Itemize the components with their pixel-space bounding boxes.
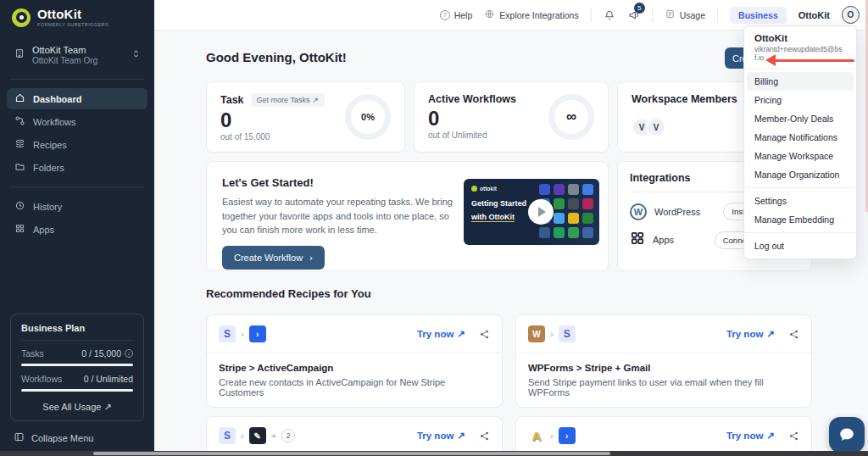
play-button[interactable] xyxy=(528,199,554,225)
nav-label: Dashboard xyxy=(33,94,81,104)
explore-integrations-button[interactable]: Explore Integrations xyxy=(484,8,578,21)
info-icon[interactable]: i xyxy=(125,349,133,358)
task-title: Task xyxy=(220,94,244,106)
app-tile-icon xyxy=(568,198,579,209)
share-icon[interactable] xyxy=(788,329,799,340)
share-icon[interactable] xyxy=(788,431,799,442)
workflows-count: 0 xyxy=(428,108,516,130)
try-now-link[interactable]: Try now↗ xyxy=(726,430,775,442)
sidebar-item-workflows[interactable]: Workflows xyxy=(7,111,147,132)
workspace-name: OttoKit Team xyxy=(32,44,97,56)
nav-label: Workflows xyxy=(33,117,76,127)
wpforms-icon: W xyxy=(528,325,545,342)
arrow-up-right-icon: ↗ xyxy=(457,430,465,442)
help-button[interactable]: ? Help xyxy=(440,10,473,20)
workflows-progress-bar xyxy=(21,389,133,392)
menu-item-manage-workspace[interactable]: Manage Workspace xyxy=(744,147,856,165)
help-icon: ? xyxy=(440,10,450,20)
create-workflow-button[interactable]: Create Workflow› xyxy=(222,246,325,270)
collapse-label: Collapse Menu xyxy=(31,433,93,443)
notes-app-icon: ✎ xyxy=(249,427,266,444)
sidebar-item-recipes[interactable]: Recipes xyxy=(7,134,147,155)
stripe-icon: S xyxy=(559,325,576,342)
recipes-row-2: S › ✎ + 2 Try now↗ A › › Try now↗ xyxy=(206,416,812,456)
menu-item-settings[interactable]: Settings xyxy=(744,192,856,210)
recipe-title: Stripe > ActiveCampaign xyxy=(219,363,490,373)
sidebar-nav-secondary: History Apps xyxy=(0,196,154,240)
activecampaign-icon: › xyxy=(249,325,266,342)
getting-started-video-thumbnail[interactable]: ottokit Getting Started with OttoKit xyxy=(464,179,599,245)
usage-button[interactable]: Usage xyxy=(665,8,705,21)
sidebar-item-folders[interactable]: Folders xyxy=(7,157,147,178)
chat-icon xyxy=(837,425,856,444)
sidebar-item-dashboard[interactable]: Dashboard xyxy=(7,88,147,109)
sidebar-item-history[interactable]: History xyxy=(7,196,147,217)
app-tile-icon xyxy=(539,227,550,238)
grid-icon xyxy=(14,223,25,236)
recipe-description: Send Stripe payment links to user via em… xyxy=(528,377,799,398)
avatar[interactable]: V xyxy=(646,117,666,137)
collapse-icon xyxy=(14,431,25,444)
ottokit-logo-icon xyxy=(12,8,31,27)
scrollbar-thumb[interactable] xyxy=(93,452,610,455)
stripe-icon: S xyxy=(219,325,236,342)
workflows-usage-label: Workflows xyxy=(21,374,62,384)
menu-item-log-out[interactable]: Log out xyxy=(744,236,856,255)
active-workflows-card: Active Workflows 0 out of Unlimited ∞ xyxy=(414,81,609,153)
notifications-bell-button[interactable] xyxy=(604,9,615,21)
brand-tagline: formerly SureTriggers xyxy=(37,22,108,27)
menu-item-pricing[interactable]: Pricing xyxy=(744,91,856,109)
see-all-usage-link[interactable]: See All Usage ↗ xyxy=(21,402,133,413)
nav-label: History xyxy=(33,202,62,212)
chevron-updown-icon xyxy=(131,47,141,63)
recipe-title: WPForms > Stripe + Gmail xyxy=(528,363,799,373)
getting-started-row: Let's Get Started! Easiest way to automa… xyxy=(206,161,812,271)
menu-item-manage-notifications[interactable]: Manage Notifications xyxy=(744,128,856,147)
account-avatar[interactable]: O xyxy=(842,6,860,24)
history-icon xyxy=(14,200,25,213)
get-more-tasks-link[interactable]: Get more Tasks↗ xyxy=(251,93,325,107)
share-icon[interactable] xyxy=(479,329,490,340)
sidebar-item-apps[interactable]: Apps xyxy=(7,219,147,240)
topbar-divider xyxy=(652,8,653,22)
menu-item-billing[interactable]: Billing xyxy=(747,72,854,91)
play-icon xyxy=(538,207,546,217)
topbar-divider xyxy=(717,8,718,22)
menu-item-manage-embedding[interactable]: Manage Embedding xyxy=(744,210,856,229)
stripe-icon: S xyxy=(219,427,236,444)
chevron-right-icon: › xyxy=(309,253,313,263)
recipe-card-wpforms-stripe-gmail: W › S Try now↗ WPForms > Stripe + Gmail … xyxy=(515,314,812,408)
account-name: OttoKit xyxy=(798,10,830,20)
try-now-link[interactable]: Try now↗ xyxy=(417,328,465,340)
workspace-org: OttoKit Team Org xyxy=(32,56,97,65)
arrow-up-right-icon: ↗ xyxy=(766,430,775,442)
app-logo: OttoKit formerly SureTriggers xyxy=(0,0,154,32)
plus-separator: + xyxy=(271,431,276,441)
share-icon[interactable] xyxy=(479,431,490,442)
recipes-heading: Recommended Recipes for You xyxy=(206,287,371,300)
folder-icon xyxy=(14,161,25,174)
app-tile-icon xyxy=(582,184,593,195)
app-tile-icon xyxy=(582,198,593,209)
menu-item-manage-organization[interactable]: Manage Organization xyxy=(744,165,856,184)
workflows-limit: out of Unlimited xyxy=(428,131,516,140)
nav-label: Recipes xyxy=(33,140,67,150)
apps-grid-icon xyxy=(630,231,645,249)
explore-label: Explore Integrations xyxy=(499,10,578,20)
chevron-separator: › xyxy=(241,329,244,339)
plan-badge[interactable]: Business xyxy=(730,7,787,24)
bell-icon xyxy=(604,9,615,21)
try-now-link[interactable]: Try now↗ xyxy=(417,430,465,442)
announcements-button[interactable]: 5 xyxy=(627,8,640,21)
wordpress-icon: W xyxy=(630,203,647,220)
app-tile-icon xyxy=(554,198,565,209)
globe-icon xyxy=(484,8,495,21)
menu-item-member-only-deals[interactable]: Member-Only Deals xyxy=(744,109,856,128)
getting-started-card: Let's Get Started! Easiest way to automa… xyxy=(206,161,609,271)
chat-widget-button[interactable] xyxy=(829,417,865,453)
tasks-usage-value: 0 / 15,000 xyxy=(81,348,121,359)
try-now-link[interactable]: Try now↗ xyxy=(726,328,775,340)
activecampaign-icon: › xyxy=(559,427,576,444)
workspace-selector[interactable]: OttoKit Team OttoKit Team Org xyxy=(8,39,146,70)
greeting-heading: Good Evening, OttoKit! xyxy=(206,50,347,64)
